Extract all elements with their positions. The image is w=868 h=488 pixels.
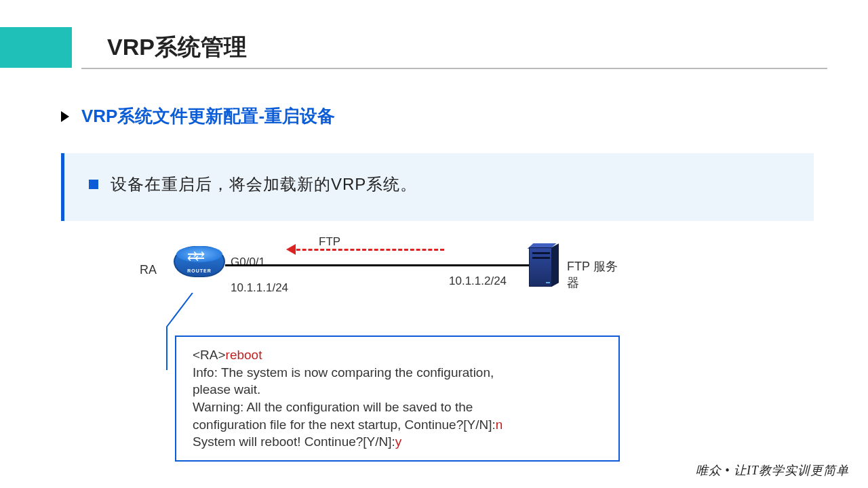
terminal-line: Warning: All the configuration will be s…: [193, 399, 602, 416]
router-arrows-icon: ⇄⇄: [187, 249, 202, 264]
subtitle-text: VRP系统文件更新配置-重启设备: [81, 104, 335, 128]
ip-right-label: 10.1.1.2/24: [449, 274, 507, 288]
ftp-server-label: FTP 服务器: [567, 258, 628, 291]
server-icon: [529, 243, 560, 291]
title-accent-block: [0, 27, 72, 68]
footer-brand: 唯众 • 让IT教学实训更简单: [696, 462, 849, 479]
term-text: System will reboot! Continue?[Y/N]:: [193, 434, 395, 449]
router-band-label: ROUTER: [175, 268, 224, 273]
terminal-line: Info: The system is now comparing the co…: [193, 364, 602, 382]
terminal-line: please wait.: [193, 381, 602, 399]
network-diagram: RA ⇄⇄ ROUTER G0/0/1 10.1.1.1/24 FTP 10.1…: [140, 234, 628, 315]
router-ra-label: RA: [140, 263, 157, 277]
terminal-line: configuration file for the next startup,…: [193, 416, 602, 434]
term-answer-n: n: [496, 418, 503, 432]
ftp-arrow-head-icon: [286, 244, 296, 255]
term-answer-y: y: [395, 434, 402, 449]
title-underline: [81, 68, 827, 69]
square-bullet-icon: [89, 180, 98, 189]
terminal-line: <RA>reboot: [193, 346, 602, 364]
link-line: [225, 264, 529, 266]
interface-label: G0/0/1: [231, 256, 265, 269]
terminal-output-box: <RA>reboot Info: The system is now compa…: [175, 336, 620, 462]
title-bar: VRP系统管理: [0, 27, 868, 68]
term-prompt: <RA>: [193, 348, 226, 362]
terminal-line: System will reboot! Continue?[Y/N]:y: [193, 433, 602, 451]
router-icon: ⇄⇄ ROUTER: [174, 246, 225, 293]
subtitle-row: VRP系统文件更新配置-重启设备: [61, 104, 335, 128]
ip-left-label: 10.1.1.1/24: [231, 281, 288, 295]
term-command: reboot: [226, 348, 262, 362]
ftp-protocol-label: FTP: [319, 235, 340, 249]
term-text: configuration file for the next startup,…: [193, 418, 496, 432]
info-callout: 设备在重启后，将会加载新的VRP系统。: [61, 153, 814, 221]
page-title: VRP系统管理: [107, 32, 247, 63]
ftp-dashed-arrow: [290, 249, 444, 251]
info-text: 设备在重启后，将会加载新的VRP系统。: [111, 174, 417, 195]
triangle-bullet-icon: [61, 111, 69, 122]
